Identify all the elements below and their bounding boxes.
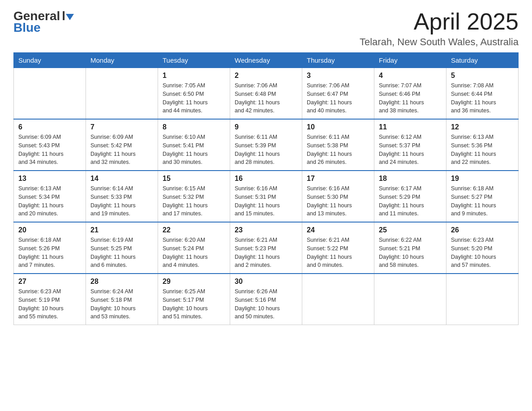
- col-monday: Monday: [86, 53, 158, 68]
- day-number: 16: [235, 175, 297, 183]
- day-info: Sunrise: 6:23 AMSunset: 5:19 PMDaylight:…: [18, 287, 81, 321]
- table-row: 17Sunrise: 6:16 AMSunset: 5:30 PMDayligh…: [302, 171, 374, 222]
- day-number: 17: [307, 175, 369, 183]
- location-title: Telarah, New South Wales, Australia: [360, 36, 519, 48]
- title-area: April 2025 Telarah, New South Wales, Aus…: [360, 9, 519, 48]
- col-tuesday: Tuesday: [158, 53, 230, 68]
- table-row: 13Sunrise: 6:13 AMSunset: 5:34 PMDayligh…: [14, 171, 86, 222]
- table-row: 7Sunrise: 6:09 AMSunset: 5:42 PMDaylight…: [86, 119, 158, 171]
- day-number: 10: [307, 123, 369, 131]
- day-number: 4: [379, 72, 442, 80]
- table-row: 16Sunrise: 6:16 AMSunset: 5:31 PMDayligh…: [230, 171, 302, 222]
- day-info: Sunrise: 7:06 AMSunset: 6:47 PMDaylight:…: [307, 81, 369, 115]
- day-number: 7: [90, 123, 153, 131]
- day-number: 3: [307, 72, 369, 80]
- day-info: Sunrise: 6:09 AMSunset: 5:43 PMDaylight:…: [18, 133, 81, 167]
- calendar-table: Sunday Monday Tuesday Wednesday Thursday…: [13, 52, 519, 325]
- table-row: 24Sunrise: 6:21 AMSunset: 5:22 PMDayligh…: [302, 222, 374, 274]
- table-row: 15Sunrise: 6:15 AMSunset: 5:32 PMDayligh…: [158, 171, 230, 222]
- day-info: Sunrise: 6:16 AMSunset: 5:30 PMDaylight:…: [307, 184, 369, 218]
- table-row: [446, 274, 519, 325]
- day-number: 1: [163, 72, 225, 80]
- day-number: 26: [451, 226, 514, 234]
- day-number: 18: [379, 175, 442, 183]
- table-row: 8Sunrise: 6:10 AMSunset: 5:41 PMDaylight…: [158, 119, 230, 171]
- weekday-header-row: Sunday Monday Tuesday Wednesday Thursday…: [14, 53, 519, 68]
- day-number: 21: [90, 226, 153, 234]
- day-info: Sunrise: 6:22 AMSunset: 5:21 PMDaylight:…: [379, 236, 442, 270]
- day-number: 2: [235, 72, 297, 80]
- day-number: 11: [379, 123, 442, 131]
- day-number: 30: [235, 278, 297, 286]
- col-wednesday: Wednesday: [230, 53, 302, 68]
- calendar-week-row: 6Sunrise: 6:09 AMSunset: 5:43 PMDaylight…: [14, 119, 519, 171]
- day-info: Sunrise: 6:25 AMSunset: 5:17 PMDaylight:…: [163, 287, 225, 321]
- day-number: 20: [18, 226, 81, 234]
- day-info: Sunrise: 6:15 AMSunset: 5:32 PMDaylight:…: [163, 184, 225, 218]
- table-row: [374, 274, 446, 325]
- calendar-week-row: 20Sunrise: 6:18 AMSunset: 5:26 PMDayligh…: [14, 222, 519, 274]
- day-number: 13: [18, 175, 81, 183]
- col-friday: Friday: [374, 53, 446, 68]
- table-row: 21Sunrise: 6:19 AMSunset: 5:25 PMDayligh…: [86, 222, 158, 274]
- day-number: 27: [18, 278, 81, 286]
- day-info: Sunrise: 6:11 AMSunset: 5:38 PMDaylight:…: [307, 133, 369, 167]
- month-title: April 2025: [360, 9, 519, 34]
- table-row: 29Sunrise: 6:25 AMSunset: 5:17 PMDayligh…: [158, 274, 230, 325]
- day-number: 14: [90, 175, 153, 183]
- page-header: General l Blue April 2025 Telarah, New S…: [13, 9, 519, 48]
- table-row: [302, 274, 374, 325]
- day-info: Sunrise: 6:19 AMSunset: 5:25 PMDaylight:…: [90, 236, 153, 270]
- day-info: Sunrise: 6:09 AMSunset: 5:42 PMDaylight:…: [90, 133, 153, 167]
- day-number: 5: [451, 72, 514, 80]
- table-row: 4Sunrise: 7:07 AMSunset: 6:46 PMDaylight…: [374, 68, 446, 120]
- table-row: 2Sunrise: 7:06 AMSunset: 6:48 PMDaylight…: [230, 68, 302, 120]
- table-row: 26Sunrise: 6:23 AMSunset: 5:20 PMDayligh…: [446, 222, 519, 274]
- table-row: 27Sunrise: 6:23 AMSunset: 5:19 PMDayligh…: [14, 274, 86, 325]
- logo: General l Blue: [13, 9, 74, 35]
- day-info: Sunrise: 6:23 AMSunset: 5:20 PMDaylight:…: [451, 236, 514, 270]
- day-number: 6: [18, 123, 81, 131]
- table-row: 19Sunrise: 6:18 AMSunset: 5:27 PMDayligh…: [446, 171, 519, 222]
- day-info: Sunrise: 6:11 AMSunset: 5:39 PMDaylight:…: [235, 133, 297, 167]
- table-row: [86, 68, 158, 120]
- table-row: 30Sunrise: 6:26 AMSunset: 5:16 PMDayligh…: [230, 274, 302, 325]
- calendar-week-row: 27Sunrise: 6:23 AMSunset: 5:19 PMDayligh…: [14, 274, 519, 325]
- table-row: 5Sunrise: 7:08 AMSunset: 6:44 PMDaylight…: [446, 68, 519, 120]
- calendar-week-row: 13Sunrise: 6:13 AMSunset: 5:34 PMDayligh…: [14, 171, 519, 222]
- table-row: 6Sunrise: 6:09 AMSunset: 5:43 PMDaylight…: [14, 119, 86, 171]
- day-info: Sunrise: 6:26 AMSunset: 5:16 PMDaylight:…: [235, 287, 297, 321]
- calendar-week-row: 1Sunrise: 7:05 AMSunset: 6:50 PMDaylight…: [14, 68, 519, 120]
- table-row: 14Sunrise: 6:14 AMSunset: 5:33 PMDayligh…: [86, 171, 158, 222]
- day-info: Sunrise: 6:18 AMSunset: 5:26 PMDaylight:…: [18, 236, 81, 270]
- logo-blue: Blue: [13, 21, 41, 34]
- day-info: Sunrise: 7:07 AMSunset: 6:46 PMDaylight:…: [379, 81, 442, 115]
- day-info: Sunrise: 6:21 AMSunset: 5:23 PMDaylight:…: [235, 236, 297, 270]
- day-info: Sunrise: 7:05 AMSunset: 6:50 PMDaylight:…: [163, 81, 225, 115]
- day-number: 19: [451, 175, 514, 183]
- table-row: 3Sunrise: 7:06 AMSunset: 6:47 PMDaylight…: [302, 68, 374, 120]
- day-number: 24: [307, 226, 369, 234]
- day-info: Sunrise: 6:24 AMSunset: 5:18 PMDaylight:…: [90, 287, 153, 321]
- logo-wordmark: General l Blue: [13, 9, 74, 35]
- table-row: 20Sunrise: 6:18 AMSunset: 5:26 PMDayligh…: [14, 222, 86, 274]
- day-number: 15: [163, 175, 225, 183]
- table-row: 11Sunrise: 6:12 AMSunset: 5:37 PMDayligh…: [374, 119, 446, 171]
- table-row: [14, 68, 86, 120]
- table-row: 1Sunrise: 7:05 AMSunset: 6:50 PMDaylight…: [158, 68, 230, 120]
- day-number: 28: [90, 278, 153, 286]
- table-row: 28Sunrise: 6:24 AMSunset: 5:18 PMDayligh…: [86, 274, 158, 325]
- day-info: Sunrise: 7:08 AMSunset: 6:44 PMDaylight:…: [451, 81, 514, 115]
- day-info: Sunrise: 6:21 AMSunset: 5:22 PMDaylight:…: [307, 236, 369, 270]
- day-info: Sunrise: 6:10 AMSunset: 5:41 PMDaylight:…: [163, 133, 225, 167]
- table-row: 10Sunrise: 6:11 AMSunset: 5:38 PMDayligh…: [302, 119, 374, 171]
- day-info: Sunrise: 6:20 AMSunset: 5:24 PMDaylight:…: [163, 236, 225, 270]
- day-number: 22: [163, 226, 225, 234]
- day-number: 29: [163, 278, 225, 286]
- day-info: Sunrise: 6:17 AMSunset: 5:29 PMDaylight:…: [379, 184, 442, 218]
- day-info: Sunrise: 7:06 AMSunset: 6:48 PMDaylight:…: [235, 81, 297, 115]
- table-row: 25Sunrise: 6:22 AMSunset: 5:21 PMDayligh…: [374, 222, 446, 274]
- day-info: Sunrise: 6:14 AMSunset: 5:33 PMDaylight:…: [90, 184, 153, 218]
- day-info: Sunrise: 6:13 AMSunset: 5:34 PMDaylight:…: [18, 184, 81, 218]
- table-row: 18Sunrise: 6:17 AMSunset: 5:29 PMDayligh…: [374, 171, 446, 222]
